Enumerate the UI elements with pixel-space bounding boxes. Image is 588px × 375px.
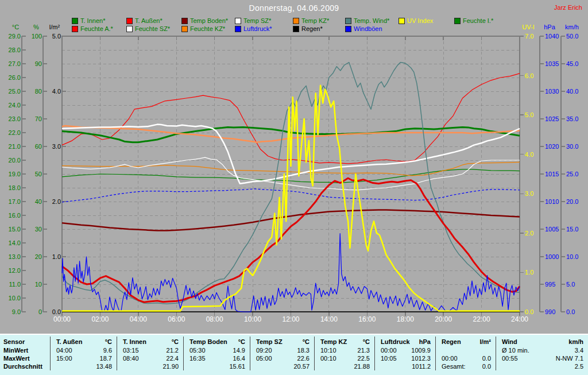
table-cell: 09:2018.3 bbox=[250, 346, 314, 354]
y-tick-label: 1.0 bbox=[525, 269, 533, 276]
y-tick-label: 14.0 bbox=[9, 239, 21, 246]
y-tick-label: 26.0 bbox=[9, 74, 21, 81]
table-header-temp-boden: Temp Boden°C bbox=[183, 337, 250, 346]
legend-item-t-innen: T. Innen* bbox=[72, 17, 105, 24]
y-tick-label: 0.0 bbox=[525, 308, 533, 315]
table-header-regen: Regenl/m² bbox=[435, 337, 496, 346]
y-tick-label: 18.0 bbox=[9, 184, 21, 191]
table-cell: 16:3516.4 bbox=[183, 354, 250, 362]
legend-label: Windböen bbox=[354, 25, 382, 32]
t-innen-swatch-icon bbox=[72, 18, 78, 24]
t-au-en-swatch-icon bbox=[126, 18, 133, 24]
table-cell: 00:1022.5 bbox=[314, 354, 374, 362]
y-tick-label: 9.0 bbox=[12, 308, 21, 315]
y-tick-label: 60 bbox=[35, 143, 42, 150]
weather-station-window: 9.010.011.012.013.014.015.016.017.018.01… bbox=[0, 0, 588, 375]
y-tick-label: 23.0 bbox=[9, 115, 21, 122]
y-tick-label: 21.0 bbox=[9, 143, 21, 150]
table-cell: 00:000.0 bbox=[435, 354, 496, 362]
x-tick-label: 00:00 bbox=[53, 315, 71, 323]
y-tick-label: 1035 bbox=[545, 60, 559, 67]
row-label-avg: Durchschnitt bbox=[0, 362, 50, 370]
table-cell: 00:55N-NW 7.1 bbox=[496, 354, 588, 362]
y-tick-label: 4.0 bbox=[525, 151, 533, 158]
y-tick-label: 995 bbox=[545, 281, 555, 288]
feuchte-a-swatch-icon bbox=[72, 26, 78, 32]
x-tick-label: 10:00 bbox=[244, 315, 261, 323]
legend-item-feuchte-i: Feuchte I.* bbox=[454, 17, 493, 24]
chart-plot-area[interactable] bbox=[62, 36, 520, 312]
windb-en-swatch-icon bbox=[345, 26, 351, 32]
y-tick-label: 10 bbox=[35, 281, 42, 288]
y-tick-label: 2.0 bbox=[525, 230, 533, 237]
y-tick-label: 40 bbox=[35, 198, 42, 205]
x-tick-label: 08:00 bbox=[206, 315, 223, 323]
y-tick-label: 1.0 bbox=[52, 253, 61, 260]
table-cell: 15:0018.7 bbox=[50, 354, 117, 362]
legend-item-feuchte-a: Feuchte A.* bbox=[72, 25, 113, 32]
legend-label: Feuchte SZ* bbox=[135, 25, 170, 32]
legend-label: Luftdruck* bbox=[243, 25, 272, 32]
table-cell: 21.88 bbox=[314, 362, 374, 370]
table-cell: 21.90 bbox=[117, 362, 183, 370]
y-tick-label: 24.0 bbox=[9, 102, 21, 109]
chart-area: 9.010.011.012.013.014.015.016.017.018.01… bbox=[0, 0, 588, 334]
table-cell: 00:001009.9 bbox=[374, 346, 435, 354]
legend-item-t-au-en: T. Außen* bbox=[126, 17, 163, 24]
x-tick-label: 06:00 bbox=[168, 315, 185, 323]
x-tick-label: 20:00 bbox=[435, 315, 452, 323]
table-cell: 05:0022.6 bbox=[250, 354, 314, 362]
y-tick-label: 1000 bbox=[545, 253, 559, 260]
legend-item-feuchte-kz: Feuchte KZ* bbox=[181, 25, 225, 32]
temp-boden-swatch-icon bbox=[181, 18, 188, 24]
table-cell: 1011.2 bbox=[374, 362, 435, 370]
y-tick-label: 4.0 bbox=[52, 88, 61, 95]
table-cell: Gesamt:0.0 bbox=[435, 362, 496, 370]
y-tick-label: 3.0 bbox=[52, 143, 61, 150]
y-tick-label: 16.0 bbox=[9, 212, 21, 219]
y-tick-label: 27.0 bbox=[9, 60, 21, 67]
row-label-max: MaxWert bbox=[0, 354, 50, 362]
legend-item-luftdruck: Luftdruck* bbox=[235, 25, 272, 32]
y-tick-label: 20.0 bbox=[566, 198, 578, 205]
table-header-luftdruck: LuftdruckhPa bbox=[374, 337, 435, 346]
legend-item-regen: Regen* bbox=[293, 25, 323, 32]
y-tick-label: 0 bbox=[38, 308, 42, 315]
y-tick-label: 1005 bbox=[545, 226, 559, 233]
uv-index-swatch-icon bbox=[399, 18, 405, 24]
table-cell: 03:1521.2 bbox=[117, 346, 183, 354]
table-cell: 2.5 bbox=[496, 362, 588, 370]
y-tick-label: 5.0 bbox=[525, 111, 533, 118]
temp-wind-swatch-icon bbox=[345, 18, 351, 24]
y-tick-label: 22.0 bbox=[9, 129, 21, 136]
y-tick-label: 12.0 bbox=[9, 267, 21, 274]
y-tick-label: 15.0 bbox=[566, 226, 578, 233]
y-tick-label: 45.0 bbox=[566, 60, 578, 67]
temp-sz-swatch-icon bbox=[235, 18, 241, 24]
legend-label: Temp. Wind* bbox=[354, 17, 389, 24]
x-tick-label: 12:00 bbox=[282, 315, 299, 323]
legend-label: Regen* bbox=[301, 25, 323, 32]
legend-label: Temp KZ* bbox=[301, 17, 329, 24]
legend-label: UV Index bbox=[407, 17, 433, 24]
y-tick-label: 1025 bbox=[545, 115, 559, 122]
y-tick-label: 35.0 bbox=[566, 115, 578, 122]
y-tick-label: 40.0 bbox=[566, 88, 578, 95]
table-header-temp-kz: Temp KZ°C bbox=[314, 337, 374, 346]
legend-item-temp-wind: Temp. Wind* bbox=[345, 17, 389, 24]
legend-label: Temp Boden* bbox=[190, 17, 228, 24]
table-cell: 04:009.6 bbox=[50, 346, 117, 354]
y-tick-label: 5.0 bbox=[566, 281, 575, 288]
y-tick-label: 80 bbox=[35, 88, 42, 95]
x-tick-label: 24:00 bbox=[511, 315, 528, 323]
table-corner: Sensor bbox=[0, 337, 50, 346]
y-tick-label: 3.0 bbox=[525, 190, 533, 197]
y-tick-label: 30.0 bbox=[566, 143, 578, 150]
feuchte-i-swatch-icon bbox=[454, 18, 461, 24]
y-tick-label: 2.0 bbox=[52, 198, 61, 205]
y-tick-label: 19.0 bbox=[9, 171, 21, 177]
table-header-temp-sz: Temp SZ°C bbox=[250, 337, 314, 346]
legend-label: Feuchte A.* bbox=[80, 25, 113, 32]
x-tick-label: 18:00 bbox=[397, 315, 414, 323]
legend-label: T. Innen* bbox=[80, 17, 105, 24]
